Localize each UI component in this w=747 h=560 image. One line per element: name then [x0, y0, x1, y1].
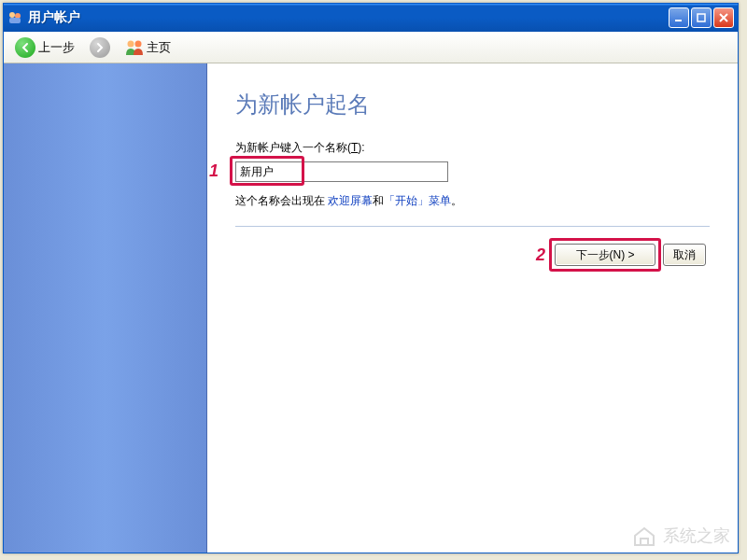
start-menu-link: 「开始」菜单: [384, 194, 451, 207]
description-text: 这个名称会出现在 欢迎屏幕和「开始」菜单。: [235, 193, 710, 209]
content-area: 为新帐户起名 为新帐户键入一个名称(T): 1 这个名称会出现在 欢迎屏幕和「开…: [4, 63, 738, 553]
annotation-marker-1: 1: [209, 161, 218, 181]
annotation-marker-2: 2: [536, 245, 545, 265]
button-row: 2 下一步(N) > 取消: [235, 244, 710, 266]
forward-button[interactable]: [84, 35, 116, 61]
close-button[interactable]: [713, 7, 734, 28]
app-icon: [7, 10, 22, 25]
account-name-input[interactable]: [235, 161, 448, 182]
watermark-text: 系统之家: [663, 525, 730, 547]
svg-point-0: [9, 12, 15, 18]
next-button[interactable]: 下一步(N) >: [555, 244, 655, 266]
svg-point-5: [128, 40, 134, 47]
window-frame: 用户帐户 上一步: [3, 3, 739, 553]
page-title: 为新帐户起名: [235, 90, 710, 119]
svg-rect-2: [9, 18, 21, 23]
forward-arrow-icon: [90, 37, 110, 58]
window-controls: [669, 7, 734, 28]
back-arrow-icon: [15, 37, 35, 58]
svg-rect-3: [675, 20, 682, 21]
titlebar[interactable]: 用户帐户: [4, 4, 738, 32]
sidebar: [4, 63, 207, 553]
users-icon: [125, 39, 144, 56]
home-button[interactable]: 主页: [120, 36, 176, 59]
back-button[interactable]: 上一步: [9, 35, 80, 61]
svg-point-6: [135, 40, 142, 47]
main-panel: 为新帐户起名 为新帐户键入一个名称(T): 1 这个名称会出现在 欢迎屏幕和「开…: [207, 63, 738, 553]
next-button-wrap: 下一步(N) >: [555, 244, 655, 266]
back-label: 上一步: [38, 39, 75, 56]
welcome-screen-link: 欢迎屏幕: [328, 194, 373, 207]
input-wrapper: 1: [235, 161, 448, 182]
maximize-button[interactable]: [691, 7, 712, 28]
watermark-icon: [631, 525, 657, 547]
svg-rect-4: [698, 14, 705, 21]
watermark: 系统之家: [631, 525, 730, 547]
minimize-button[interactable]: [669, 7, 689, 28]
home-label: 主页: [147, 39, 171, 56]
field-label: 为新帐户键入一个名称(T):: [235, 140, 710, 156]
divider: [235, 226, 710, 227]
window-title: 用户帐户: [28, 9, 669, 26]
toolbar: 上一步 主页: [4, 32, 738, 63]
cancel-button[interactable]: 取消: [663, 244, 706, 266]
